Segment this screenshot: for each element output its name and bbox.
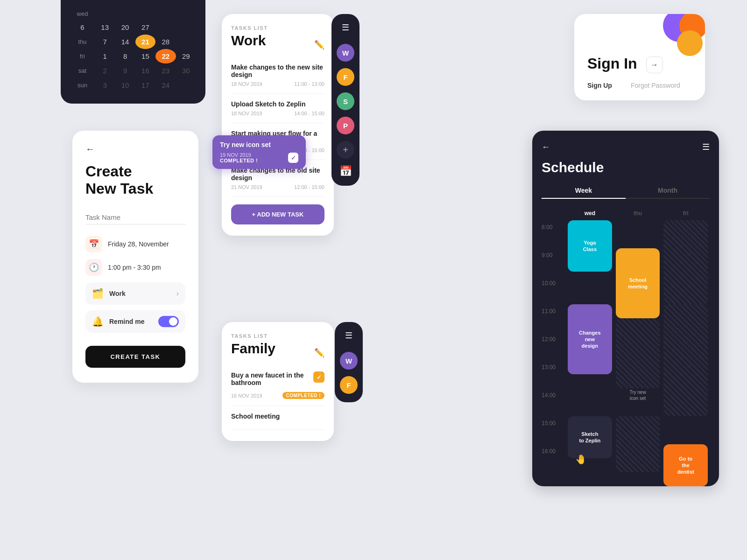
family-task-item-1[interactable]: Buy a new faucet in the bathroom ✓ 16 NO…: [231, 365, 324, 406]
task-name-input[interactable]: [85, 210, 185, 224]
calendar-icon: 📅: [85, 236, 102, 252]
task-item-name: Make changes to the new site design: [231, 63, 324, 78]
cal-day[interactable]: 20: [115, 20, 135, 35]
family-avatar-f[interactable]: F: [340, 376, 358, 394]
wed-column: wed YogaClass Changesnewdesign Sketchto …: [566, 208, 614, 475]
cal-header-sun: sun: [70, 78, 95, 92]
tooltip-date: 19 NOV 2019: [220, 152, 258, 158]
cal-day[interactable]: 24: [155, 78, 176, 92]
wed-header: wed: [566, 208, 614, 220]
cal-day[interactable]: 2: [95, 63, 115, 78]
time-14: 14:00: [542, 391, 566, 419]
cal-day[interactable]: 1: [95, 49, 115, 63]
task-item-2[interactable]: Upload Sketch to Zeplin 18 NOV 2019 14:0…: [231, 94, 324, 123]
time-8: 8:00: [542, 223, 566, 251]
cal-day[interactable]: 30: [176, 63, 196, 78]
cal-day[interactable]: 9: [115, 63, 135, 78]
blob-yellow: [677, 30, 703, 56]
cal-day[interactable]: 28: [155, 35, 176, 49]
cal-day[interactable]: 8: [115, 49, 135, 63]
add-task-button[interactable]: + ADD NEW TASK: [231, 204, 324, 224]
calendar-grid: wed 6 13 20 27 thu 7 14 21 28: [70, 7, 196, 92]
task-time: 11:00 - 13:00: [294, 81, 324, 87]
cal-day[interactable]: 6: [70, 20, 95, 35]
edit-icon[interactable]: ✏️: [314, 40, 324, 50]
forgot-password-link[interactable]: Forgot Password: [631, 82, 680, 89]
remind-toggle[interactable]: [158, 316, 179, 327]
cal-day[interactable]: 3: [95, 78, 115, 92]
check-icon: ✓: [288, 153, 298, 163]
cal-day[interactable]: 10: [115, 78, 135, 92]
hatch-fri-1: [663, 220, 708, 304]
cal-day[interactable]: 7: [95, 35, 115, 49]
clock-icon: 🕐: [85, 259, 102, 276]
sign-up-link[interactable]: Sign Up: [587, 82, 612, 89]
avatar-p[interactable]: P: [337, 117, 354, 134]
event-sketch-zeplin[interactable]: Sketchto Zeplin: [568, 416, 612, 458]
cal-day[interactable]: 27: [135, 20, 155, 35]
event-changes-new-design[interactable]: Changesnewdesign: [568, 304, 612, 374]
cal-day-today[interactable]: 21: [135, 35, 155, 49]
bell-icon: 🔔: [92, 316, 104, 327]
menu-icon[interactable]: ☰: [342, 22, 349, 33]
cal-day[interactable]: 13: [95, 20, 115, 35]
cal-header-wed: wed: [70, 7, 95, 20]
tab-week[interactable]: Week: [542, 183, 626, 199]
task-date-row: 📅 Friday 28, November: [85, 236, 185, 252]
cal-day[interactable]: 14: [115, 35, 135, 49]
time-15: 15:00: [542, 419, 566, 447]
task-time: 12:00 - 15:00: [294, 184, 324, 190]
task-date: 18 NOV 2019: [231, 81, 262, 87]
tasks-list-label: TASKS LIST: [231, 25, 324, 31]
avatar-s[interactable]: S: [337, 92, 354, 110]
cal-day[interactable]: 16: [135, 63, 155, 78]
create-task-title: Create New Task: [85, 163, 185, 197]
family-task-name-2: School meeting: [231, 413, 324, 420]
tasks-family-title: Family: [231, 341, 275, 357]
completed-tooltip: Try new icon set 19 NOV 2019 COMPLETED !…: [212, 135, 306, 169]
schedule-menu-icon[interactable]: ☰: [702, 142, 710, 152]
cal-col-1: [95, 7, 115, 20]
time-column: 8:00 9:00 10:00 11:00 12:00 13:00 14:00 …: [542, 208, 566, 475]
thu-header: thu: [614, 208, 662, 220]
add-avatar-button[interactable]: +: [337, 141, 354, 159]
schedule-grid: 8:00 9:00 10:00 11:00 12:00 13:00 14:00 …: [542, 208, 710, 475]
cal-day-highlight[interactable]: 22: [155, 49, 176, 63]
edit-icon[interactable]: ✏️: [314, 348, 324, 358]
cal-day[interactable]: 15: [135, 49, 155, 63]
tasks-family-panel: TASKS LIST Family ✏️ Buy a new faucet in…: [222, 322, 334, 441]
completed-checkmark: ✓: [313, 371, 324, 383]
task-item-1[interactable]: Make changes to the new site design 18 N…: [231, 57, 324, 94]
cal-day[interactable]: 29: [176, 49, 196, 63]
schedule-back-button[interactable]: ←: [542, 142, 550, 152]
time-10: 10:00: [542, 279, 566, 307]
event-dentist[interactable]: Go tothedentist: [663, 444, 708, 486]
schedule-panel: ← ☰ Schedule Week Month 8:00 9:00 10:00 …: [532, 131, 719, 486]
calendar-sidebar-icon[interactable]: 📅: [339, 165, 352, 177]
back-button[interactable]: ←: [85, 144, 185, 154]
sign-in-panel: Sign In → Sign Up Forgot Password: [574, 14, 705, 100]
family-task-item-2[interactable]: School meeting: [231, 406, 324, 430]
create-task-panel: ← Create New Task 📅 Friday 28, November …: [72, 131, 198, 383]
cal-day[interactable]: 23: [155, 63, 176, 78]
cal-col-4: [155, 7, 176, 20]
avatar-w[interactable]: W: [337, 44, 354, 62]
task-item-name: Upload Sketch to Zeplin: [231, 100, 324, 108]
family-menu-icon[interactable]: ☰: [345, 330, 352, 341]
event-yoga-class[interactable]: YogaClass: [568, 220, 612, 272]
family-avatar-w[interactable]: W: [340, 352, 358, 370]
calendar-widget: wed 6 13 20 27 thu 7 14 21 28: [61, 0, 205, 104]
event-school-meeting[interactable]: Schoolmeeting: [616, 248, 660, 318]
tasks-work-title: Work: [231, 33, 266, 49]
category-icon: 🗂️: [92, 288, 104, 299]
task-time: 14:00 - 15:00: [294, 111, 324, 116]
dark-sidebar: ☰ W F S P + 📅: [331, 14, 359, 186]
hatch-thu-2: [616, 416, 660, 472]
task-category-row[interactable]: 🗂️ Work ›: [85, 282, 185, 305]
cal-header-thu: thu: [70, 35, 95, 49]
cal-day[interactable]: 17: [135, 78, 155, 92]
thu-column: thu Schoolmeeting Try newicon set: [614, 208, 662, 475]
tab-month[interactable]: Month: [626, 183, 710, 199]
create-task-button[interactable]: CREATE TASK: [85, 346, 185, 368]
avatar-f[interactable]: F: [337, 68, 354, 86]
